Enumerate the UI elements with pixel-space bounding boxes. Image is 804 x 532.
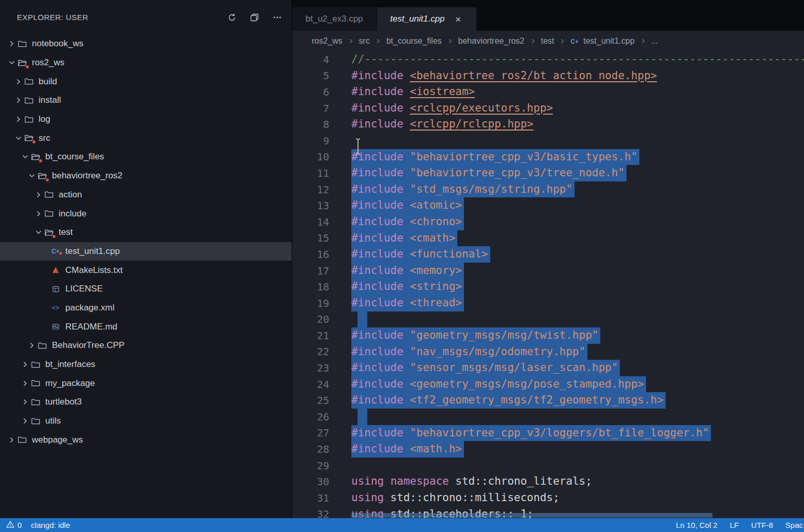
tree-item-BehaviorTree.CPP[interactable]: BehaviorTree.CPP [0,336,292,355]
tree-item-my_package[interactable]: my_package [0,374,292,393]
tree-item-install[interactable]: install [0,91,292,110]
line-number[interactable]: 30 [292,475,329,488]
breadcrumb-item-test[interactable]: test [541,36,555,46]
horizontal-scrollbar[interactable] [351,513,712,518]
cursor-position[interactable]: Ln 10, Col 2 [676,521,718,529]
tree-item-utils[interactable]: utils [0,412,292,431]
breadcrumb-item-behaviortree_ros2[interactable]: behaviortree_ros2 [458,36,525,46]
code-line-24[interactable]: 24#include <geometry_msgs/msg/pose_stamp… [292,376,804,393]
tree-item-package.xml[interactable]: <>package.xml [0,299,292,318]
line-number[interactable]: 9 [292,135,329,147]
code-line-16[interactable]: 16#include <functional> [292,246,804,263]
line-number[interactable]: 25 [292,394,329,407]
code-line-4[interactable]: 4//-------------------------------------… [292,51,804,68]
tree-item-ros2_ws[interactable]: ros2_ws [0,53,292,72]
tree-item-LICENSE[interactable]: LICENSE [0,280,292,299]
line-number[interactable]: 10 [292,151,329,163]
tree-item-test[interactable]: test [0,223,292,242]
indentation-indicator[interactable]: Spac [785,521,803,529]
tree-item-action[interactable]: action [0,186,292,205]
line-number[interactable]: 31 [292,492,329,504]
line-number[interactable]: 20 [292,313,329,325]
tree-item-include[interactable]: include [0,204,292,223]
line-number[interactable]: 17 [292,265,329,277]
code-line-23[interactable]: 23#include "sensor_msgs/msg/laser_scan.h… [292,360,804,376]
line-number[interactable]: 29 [292,460,329,472]
code-line-29[interactable]: 29 [292,457,804,474]
line-number[interactable]: 4 [292,53,329,66]
code-line-26[interactable]: 26 [292,409,804,425]
line-number[interactable]: 14 [292,216,329,228]
code-line-30[interactable]: 30using namespace std::chrono_literals; [292,473,804,490]
tree-item-build[interactable]: build [0,72,292,91]
code-line-20[interactable]: 20 [292,311,804,328]
breadcrumb-item-src[interactable]: src [359,36,370,46]
collapse-folders-icon[interactable] [248,11,261,24]
line-number[interactable]: 5 [292,69,329,82]
line-number[interactable]: 27 [292,427,329,439]
code-line-17[interactable]: 17#include <memory> [292,263,804,279]
close-icon[interactable]: × [453,14,463,24]
code-line-18[interactable]: 18#include <string> [292,279,804,295]
line-number[interactable]: 28 [292,443,329,455]
line-number[interactable]: 7 [292,102,329,115]
code-line-13[interactable]: 13#include <atomic> [292,197,804,214]
tree-item-test_unit1.cpp[interactable]: C+test_unit1.cpp [0,242,292,261]
code-line-11[interactable]: 11#include "behaviortree_cpp_v3/tree_nod… [292,165,804,181]
breadcrumb-item-bt_course_files[interactable]: bt_course_files [386,36,442,46]
tree-item-CMakeLists.txt[interactable]: CMakeLists.txt [0,261,292,280]
tree-item-log[interactable]: log [0,110,292,129]
line-number[interactable]: 6 [292,86,329,98]
code-line-5[interactable]: 5#include <behaviortree_ros2/bt_action_n… [292,68,804,84]
tree-item-bt_interfaces[interactable]: bt_interfaces [0,355,292,374]
line-number[interactable]: 19 [292,297,329,309]
line-number[interactable]: 15 [292,232,329,244]
tree-item-behaviortree_ros2[interactable]: behaviortree_ros2 [0,167,292,186]
code-line-10[interactable]: 10#include "behaviortree_cpp_v3/basic_ty… [292,149,804,166]
breadcrumb-item-test_unit1.cpp[interactable]: test_unit1.cpp [583,36,635,46]
encoding-indicator[interactable]: UTF-8 [751,521,773,529]
more-actions-icon[interactable] [271,11,283,24]
breadcrumb-item-ros2_ws[interactable]: ros2_ws [312,36,343,46]
tree-item-bt_course_files[interactable]: bt_course_files [0,148,292,167]
line-number[interactable]: 22 [292,345,329,358]
line-number[interactable]: 18 [292,281,329,293]
code-line-12[interactable]: 12#include "std_msgs/msg/string.hpp" [292,181,804,198]
line-number[interactable]: 8 [292,118,329,131]
breadcrumb-item-...[interactable]: ... [651,36,658,46]
tab-bt_u2_ex3.cpp[interactable]: bt_u2_ex3.cpp [292,7,377,31]
code-line-21[interactable]: 21#include "geometry_msgs/msg/twist.hpp" [292,327,804,344]
tree-item-turtlebot3[interactable]: turtlebot3 [0,393,292,412]
line-number[interactable]: 24 [292,378,329,391]
code-line-22[interactable]: 22#include "nav_msgs/msg/odometry.hpp" [292,344,804,360]
line-number[interactable]: 16 [292,248,329,261]
line-number[interactable]: 11 [292,167,329,179]
line-number[interactable]: 13 [292,199,329,212]
code-line-27[interactable]: 27#include "behaviortree_cpp_v3/loggers/… [292,425,804,442]
code-line-6[interactable]: 6#include <iostream> [292,84,804,100]
code-line-7[interactable]: 7#include <rclcpp/executors.hpp> [292,100,804,117]
problems-indicator[interactable]: 0 [6,520,22,530]
line-number[interactable]: 21 [292,329,329,342]
clangd-status[interactable]: clangd: idle [31,521,70,529]
line-number[interactable]: 32 [292,508,329,518]
code-line-19[interactable]: 19#include <thread> [292,295,804,311]
tree-item-notebook_ws[interactable]: notebook_ws [0,34,292,53]
tree-item-README.md[interactable]: README.md [0,317,292,336]
code-line-9[interactable]: 9 [292,133,804,149]
tab-test_unit1.cpp[interactable]: test_unit1.cpp× [377,7,477,31]
tree-item-webpage_ws[interactable]: webpage_ws [0,430,292,449]
refresh-icon[interactable] [226,11,238,24]
line-number[interactable]: 26 [292,411,329,423]
code-line-15[interactable]: 15#include <cmath> [292,230,804,247]
code-line-25[interactable]: 25#include <tf2_geometry_msgs/tf2_geomet… [292,392,804,409]
eol-indicator[interactable]: LF [730,521,739,529]
code-line-8[interactable]: 8#include <rclcpp/rclcpp.hpp> [292,116,804,133]
code-line-31[interactable]: 31using std::chrono::milliseconds; [292,490,804,506]
code-editor[interactable]: 4//-------------------------------------… [292,51,804,518]
line-number[interactable]: 12 [292,184,329,196]
code-line-28[interactable]: 28#include <math.h> [292,441,804,457]
code-line-14[interactable]: 14#include <chrono> [292,214,804,230]
line-number[interactable]: 23 [292,362,329,374]
tree-item-src[interactable]: src [0,129,292,148]
